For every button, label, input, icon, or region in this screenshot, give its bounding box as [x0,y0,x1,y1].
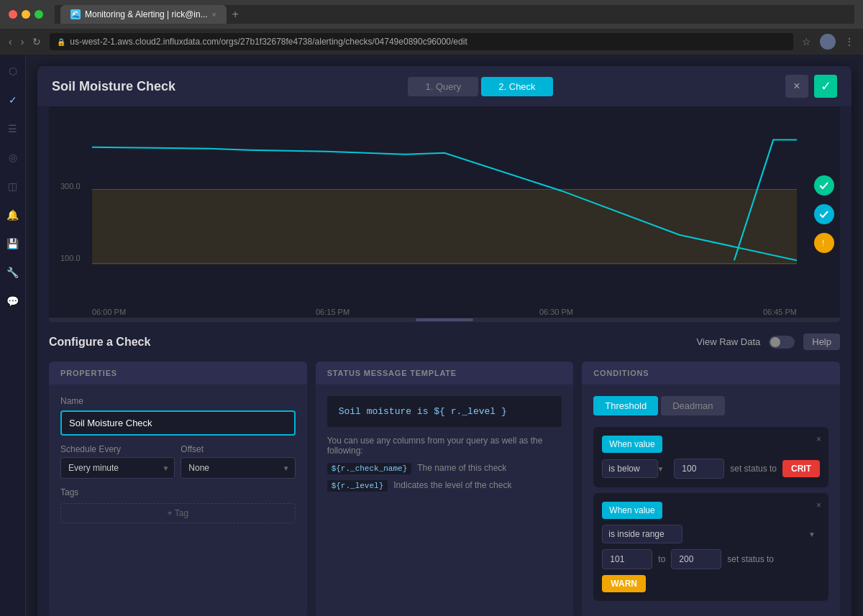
url-text: us-west-2-1.aws.cloud2.influxdata.com/or… [70,37,467,47]
chart-area: 300.0 100.0 06:00 PM 06:15 PM 06:3 [49,106,840,322]
step2-tab[interactable]: 2. Check [481,77,552,96]
forward-button[interactable]: › [21,36,24,47]
to-label: to [658,554,665,564]
sidebar-icon-checks[interactable]: ✓ [5,92,21,108]
warn-from-input[interactable] [602,549,652,569]
sidebar-icon-data2[interactable]: 💾 [5,236,21,252]
is-inside-select[interactable]: is inside range [602,525,682,543]
bookmark-icon[interactable]: ☆ [802,36,811,47]
condition-1-close[interactable]: × [816,434,821,444]
step1-tab[interactable]: 1. Query [408,77,478,96]
browser-chrome: 🌊 Monitoring & Alerting | rick@in... × + [0,0,863,29]
template-description: You can use any columns from your query … [327,436,562,456]
scrollbar-thumb [416,318,473,321]
panel-confirm-button[interactable]: ✓ [814,75,837,98]
traffic-lights [9,10,43,19]
active-tab[interactable]: 🌊 Monitoring & Alerting | rick@in... × [60,5,227,24]
configure-section: Configure a Check View Raw Data Help PRO… [37,322,851,616]
properties-panel: PROPERTIES Name Schedule Every Every min… [49,362,307,616]
sidebar-icon-home[interactable]: ⬡ [5,63,21,79]
status-message-panel: STATUS MESSAGE TEMPLATE Soil moisture is… [316,362,574,616]
template-code[interactable]: Soil moisture is ${ r._level } [327,396,562,427]
minimize-traffic-light[interactable] [22,10,30,19]
tab-bar: 🌊 Monitoring & Alerting | rick@in... × + [55,5,854,24]
panel-title: Soil Moisture Check [52,79,175,94]
schedule-label: Schedule Every [60,444,175,454]
user-avatar[interactable] [820,34,836,50]
sidebar-icon-tasks[interactable]: ◎ [5,150,21,165]
condition-1-row: is below ▼ set status to CRIT [602,459,820,479]
panel-header: Soil Moisture Check 1. Query 2. Check × … [37,66,851,106]
sidebar-icon-data[interactable]: ☰ [5,121,21,137]
set-status-label-2: set status to [727,554,774,564]
chart-svg [92,118,797,293]
three-columns: PROPERTIES Name Schedule Every Every min… [49,362,840,616]
is-inside-arrow: ▼ [808,530,816,538]
ref-desc-2: Indicates the level of the check [393,480,511,490]
conditions-body: Threshold Deadman × When value [582,385,840,616]
tab-close-icon[interactable]: × [212,11,216,19]
x-label-4: 06:45 PM [763,308,797,316]
main-layout: ⬡ ✓ ☰ ◎ ◫ 🔔 💾 🔧 💬 Soil Moisture Check 1.… [0,55,863,616]
close-traffic-light[interactable] [9,10,17,19]
warn-badge[interactable]: WARN [602,575,646,592]
name-label: Name [60,396,296,406]
offset-label: Offset [181,444,295,454]
panel-close-button[interactable]: × [785,75,808,98]
name-input[interactable] [60,410,296,436]
help-button[interactable]: Help [803,334,840,350]
configure-header: Configure a Check View Raw Data Help [49,334,840,350]
sidebar-icon-messages[interactable]: 💬 [5,293,21,309]
add-tag-button[interactable]: + Tag [60,503,296,523]
when-value-btn-2[interactable]: When value [602,502,662,519]
refresh-button[interactable]: ↻ [32,36,41,47]
back-button[interactable]: ‹ [9,36,12,47]
status-message-header: STATUS MESSAGE TEMPLATE [316,362,574,385]
fullscreen-traffic-light[interactable] [35,10,43,19]
schedule-select[interactable]: Every minute [60,457,175,479]
tags-label: Tags [60,487,296,497]
threshold-tab[interactable]: Threshold [593,396,658,415]
ref-row-2: ${r._level} Indicates the level of the c… [327,480,562,492]
sidebar-icon-settings[interactable]: 🔧 [5,265,21,280]
offset-select[interactable]: None [181,457,295,479]
indicator-blue [814,204,834,224]
ref-row-1: ${r._check_name} The name of this check [327,463,562,474]
deadman-tab[interactable]: Deadman [661,396,724,415]
properties-header: PROPERTIES [49,362,307,385]
ref-code-1: ${r._check_name} [327,463,412,474]
threshold-deadman-tabs: Threshold Deadman [593,396,828,415]
schedule-row: Schedule Every Every minute ▼ [60,444,296,479]
menu-dots-icon[interactable]: ⋮ [844,36,854,47]
when-value-btn-1[interactable]: When value [602,436,662,453]
y-label-100: 100.0 [60,254,81,262]
ref-code-2: ${r._level} [327,480,388,492]
chart-scrollbar[interactable] [49,318,840,322]
warn-to-input[interactable] [671,549,721,569]
status-message-body: Soil moisture is ${ r._level } You can u… [316,385,574,509]
sidebar-icon-alerts[interactable]: 🔔 [5,207,21,223]
sidebar: ⬡ ✓ ☰ ◎ ◫ 🔔 💾 🔧 💬 [0,55,26,616]
condition-2-range-row: to set status to WARN [602,549,820,592]
crit-badge[interactable]: CRIT [782,460,820,477]
url-bar: ‹ › ↻ 🔒 us-west-2-1.aws.cloud2.influxdat… [0,29,863,55]
lock-icon: 🔒 [57,38,65,46]
toggle-thumb [770,337,780,347]
sidebar-icon-boards[interactable]: ◫ [5,178,21,194]
conditions-panel: CONDITIONS Threshold Deadman × When valu… [582,362,840,616]
is-below-wrapper: is below ▼ [602,459,668,478]
view-raw-toggle[interactable] [769,336,795,349]
condition-2-close[interactable]: × [816,500,821,510]
condition-card-1: × When value is below ▼ [593,427,828,487]
tab-title: Monitoring & Alerting | rick@in... [85,9,208,19]
step-tabs: 1. Query 2. Check [408,77,552,96]
condition-card-2: × When value is inside range ▼ [593,493,828,601]
crit-value-input[interactable] [674,459,724,479]
ref-desc-1: The name of this check [417,463,506,473]
view-raw-label: View Raw Data [697,336,761,347]
indicator-green [814,175,834,196]
is-below-select[interactable]: is below [602,459,658,478]
x-labels: 06:00 PM 06:15 PM 06:30 PM 06:45 PM [92,308,797,316]
url-field[interactable]: 🔒 us-west-2-1.aws.cloud2.influxdata.com/… [50,33,793,50]
new-tab-button[interactable]: + [232,8,239,21]
